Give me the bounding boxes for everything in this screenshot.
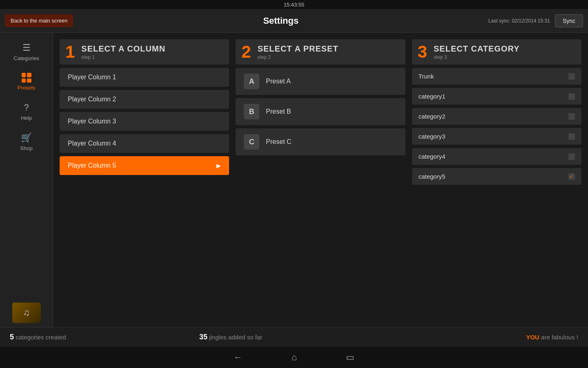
music-thumbnail[interactable]: ♫: [12, 303, 41, 323]
preset-item-c[interactable]: C Preset C: [236, 128, 405, 155]
sidebar-item-help[interactable]: ? Help: [0, 96, 53, 127]
column-item-5[interactable]: Player Column 5: [60, 156, 229, 175]
clock: 15:43:55: [284, 2, 305, 8]
status-bar: 15:43:55: [0, 0, 588, 9]
category-label-4: category4: [419, 153, 445, 160]
preset-label-c: Preset C: [266, 138, 291, 146]
categories-icon: ☰: [22, 43, 31, 53]
you-label: YOU: [526, 334, 539, 341]
step2-panel: 2 SELECT A PRESET step 2 A Preset A B Pr…: [236, 39, 405, 321]
preset-label-a: Preset A: [266, 78, 290, 85]
step2-text: SELECT A PRESET step 2: [258, 44, 339, 60]
you-stat: YOU are fabulous !: [389, 334, 578, 341]
preset-item-a[interactable]: A Preset A: [236, 68, 405, 95]
sidebar-label-shop: Shop: [20, 145, 32, 151]
category-label-5: category5: [419, 173, 445, 180]
music-note-icon: ♫: [23, 307, 30, 318]
categories-stat: 5 categories created: [10, 333, 199, 341]
jingles-stat: 35 jingles added so far: [199, 333, 389, 341]
step1-header: 1 SELECT A COLUMN step 1: [60, 39, 229, 65]
sidebar-label-help: Help: [21, 115, 32, 121]
column-item-4[interactable]: Player Column 4: [60, 134, 229, 153]
preset-item-b[interactable]: B Preset B: [236, 98, 405, 125]
sidebar-label-presets: Presets: [17, 85, 35, 91]
sync-button[interactable]: Sync: [555, 14, 583, 27]
back-button[interactable]: Back to the main screen: [5, 14, 73, 27]
categories-count: 5: [10, 333, 14, 341]
preset-letter-c: C: [244, 134, 259, 150]
shop-icon: 🛒: [21, 132, 32, 143]
nav-recents-button[interactable]: ▭: [346, 352, 354, 363]
category-label-trunk: Trunk: [419, 73, 434, 80]
android-nav-bar: ← ⌂ ▭: [0, 347, 588, 368]
step1-title: SELECT A COLUMN: [81, 44, 165, 54]
sidebar-item-presets[interactable]: Presets: [0, 67, 53, 96]
column-item-3[interactable]: Player Column 3: [60, 112, 229, 131]
step1-subtitle: step 1: [81, 54, 165, 60]
sidebar-label-categories: Categories: [13, 55, 39, 61]
nav-home-button[interactable]: ⌂: [292, 352, 297, 363]
sidebar-item-categories[interactable]: ☰ Categories: [0, 37, 53, 67]
category-checkbox-2: [568, 113, 575, 120]
step3-title: SELECT CATEGORY: [434, 44, 520, 54]
category-checkbox-5: ✓: [568, 173, 575, 180]
step2-number: 2: [241, 43, 251, 61]
presets-icon: [22, 73, 31, 83]
sidebar: ☰ Categories Presets ? Help 🛒 Shop ♫: [0, 33, 53, 327]
category-checkbox-trunk: [568, 73, 575, 80]
categories-label: categories created: [14, 334, 66, 341]
step3-text: SELECT CATEGORY step 3: [434, 44, 520, 60]
step2-title: SELECT A PRESET: [258, 44, 339, 54]
sync-info: Last sync: 02/12/2014 15:31: [488, 18, 550, 24]
step1-text: SELECT A COLUMN step 1: [81, 44, 165, 60]
category-label-1: category1: [419, 93, 445, 100]
category-item-3[interactable]: category3: [412, 128, 581, 145]
step3-subtitle: step 3: [434, 54, 520, 60]
category-item-1[interactable]: category1: [412, 88, 581, 105]
category-item-2[interactable]: category2: [412, 108, 581, 125]
step1-number: 1: [65, 43, 75, 61]
category-checkbox-1: [568, 93, 575, 100]
column-item-2[interactable]: Player Column 2: [60, 90, 229, 109]
category-item-trunk[interactable]: Trunk: [412, 68, 581, 85]
category-label-3: category3: [419, 133, 445, 140]
category-item-5[interactable]: category5 ✓: [412, 168, 581, 185]
step3-panel: 3 SELECT CATEGORY step 3 Trunk category1…: [412, 39, 581, 321]
bottom-bar: 5 categories created 35 jingles added so…: [0, 327, 588, 347]
fab-label: are fabulous !: [539, 334, 578, 341]
category-checkbox-4: [568, 153, 575, 160]
step2-subtitle: step 2: [258, 54, 339, 60]
step3-header: 3 SELECT CATEGORY step 3: [412, 39, 581, 65]
help-icon: ?: [24, 102, 29, 113]
step2-header: 2 SELECT A PRESET step 2: [236, 39, 405, 65]
header: Back to the main screen Settings Last sy…: [0, 9, 588, 33]
nav-back-button[interactable]: ←: [234, 352, 243, 363]
preset-letter-b: B: [244, 104, 259, 119]
jingles-label: jingles added so far: [207, 334, 262, 341]
preset-label-b: Preset B: [266, 108, 291, 115]
category-label-2: category2: [419, 113, 445, 120]
category-item-4[interactable]: category4: [412, 148, 581, 165]
jingles-count: 35: [199, 333, 207, 341]
content-area: 1 SELECT A COLUMN step 1 Player Column 1…: [53, 33, 588, 327]
main-area: ☰ Categories Presets ? Help 🛒 Shop ♫ 1: [0, 33, 588, 327]
page-title: Settings: [73, 16, 488, 26]
category-checkbox-3: [568, 133, 575, 140]
sidebar-item-shop[interactable]: 🛒 Shop: [0, 127, 53, 157]
step1-panel: 1 SELECT A COLUMN step 1 Player Column 1…: [60, 39, 229, 321]
step3-number: 3: [418, 43, 427, 61]
preset-letter-a: A: [244, 74, 259, 89]
column-item-1[interactable]: Player Column 1: [60, 68, 229, 87]
